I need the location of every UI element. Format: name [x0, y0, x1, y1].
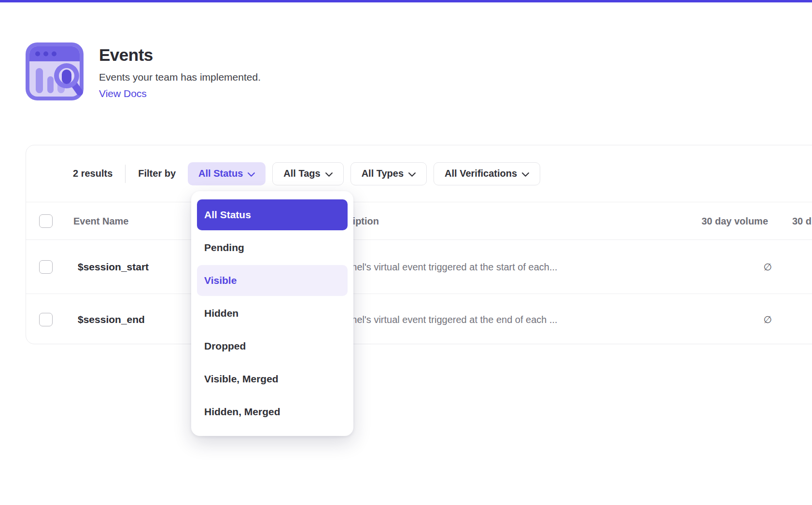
filter-all-status-label: All Status	[198, 168, 243, 179]
event-30-day-volume: ∅	[672, 261, 772, 273]
column-header-event-name[interactable]: Event Name	[73, 215, 129, 226]
row-checkbox[interactable]	[39, 260, 53, 274]
filter-all-verifications-button[interactable]: All Verifications	[434, 162, 540, 185]
page-header: Events Events your team has implemented.…	[26, 42, 261, 100]
event-name[interactable]: $session_end	[78, 314, 145, 325]
dropdown-option-hidden[interactable]: Hidden	[197, 298, 348, 329]
top-accent-bar	[0, 0, 812, 2]
row-checkbox[interactable]	[39, 313, 53, 326]
filter-all-types-button[interactable]: All Types	[350, 162, 427, 185]
chevron-down-icon	[248, 172, 255, 177]
events-app-icon	[26, 42, 84, 100]
chevron-down-icon	[408, 172, 416, 177]
column-header-30-day-volume[interactable]: 30 day volume	[647, 215, 768, 226]
page-title: Events	[99, 45, 261, 65]
events-table-card: 2 results Filter by All Status All Tags …	[26, 145, 812, 344]
dropdown-option-visible-merged[interactable]: Visible, Merged	[197, 364, 348, 394]
chevron-down-icon	[325, 172, 333, 177]
filter-toolbar: 2 results Filter by All Status All Tags …	[26, 145, 812, 202]
event-description: Mixpanel's virtual event triggered at th…	[326, 314, 558, 325]
dropdown-option-hidden-merged[interactable]: Hidden, Merged	[197, 396, 348, 427]
filter-all-tags-label: All Tags	[283, 168, 320, 179]
status-filter-dropdown: All Status Pending Visible Hidden Droppe…	[191, 191, 353, 436]
chevron-down-icon	[522, 172, 529, 177]
filter-all-types-label: All Types	[362, 168, 404, 179]
event-name[interactable]: $session_start	[78, 261, 149, 273]
filter-by-label: Filter by	[138, 168, 176, 179]
dropdown-option-visible[interactable]: Visible	[197, 265, 348, 296]
dropdown-option-all-status[interactable]: All Status	[197, 199, 348, 230]
page-subtitle: Events your team has implemented.	[99, 71, 261, 83]
filter-all-tags-button[interactable]: All Tags	[272, 162, 343, 185]
toolbar-divider	[125, 165, 126, 183]
table-row[interactable]: $session_end Mixpanel's virtual event tr…	[26, 294, 812, 345]
dropdown-option-pending[interactable]: Pending	[197, 232, 348, 263]
select-all-checkbox[interactable]	[39, 214, 53, 228]
table-row[interactable]: $session_start Mixpanel's virtual event …	[26, 240, 812, 294]
event-30-day-volume: ∅	[672, 314, 772, 325]
filter-all-verifications-label: All Verifications	[445, 168, 517, 179]
results-count: 2 results	[73, 168, 112, 179]
table-header-row: Event Name Description 30 day volume 30 …	[26, 202, 812, 240]
browser-chart-magnifier-icon	[26, 42, 84, 100]
filter-all-status-button[interactable]: All Status	[188, 162, 266, 185]
view-docs-link[interactable]: View Docs	[99, 88, 261, 99]
event-description: Mixpanel's virtual event triggered at th…	[326, 261, 558, 272]
column-header-partial[interactable]: 30 d	[792, 215, 812, 226]
dropdown-option-dropped[interactable]: Dropped	[197, 331, 348, 362]
page-header-text: Events Events your team has implemented.…	[99, 42, 261, 100]
